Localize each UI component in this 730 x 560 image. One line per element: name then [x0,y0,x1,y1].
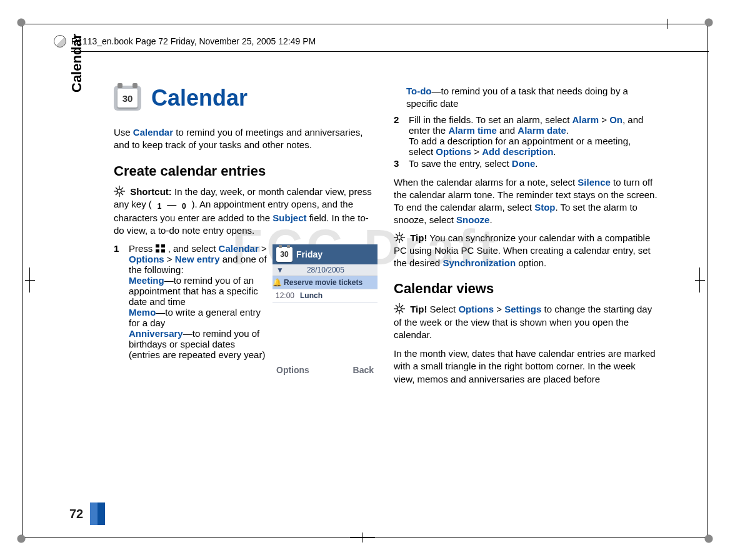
shortcut-note: Shortcut: In the day, week, or month cal… [114,186,378,238]
step-2-number: 2 [394,114,402,157]
intro-paragraph: Use Calendar to remind you of meetings a… [114,126,378,152]
page-bar-light [90,502,98,525]
running-header: R1113_en.book Page 72 Friday, November 2… [54,35,316,48]
bell-icon: 🔔 [272,276,281,289]
heading-calendar-views: Calendar views [394,281,658,297]
hl-alarm-date: Alarm date [518,125,566,136]
hl-subject: Subject [272,212,306,223]
page-title: 30 Calendar [114,85,378,111]
hl-on: On [609,114,622,125]
hl-todo: To-do [406,86,432,96]
shortcut-icon [114,186,125,197]
step-3-number: 3 [394,158,402,169]
crop-mark [25,268,35,292]
running-header-text: R1113_en.book Page 72 Friday, November 2… [71,36,316,46]
tip-icon [394,232,405,243]
hl-new-entry: New entry [175,254,220,264]
hl-meeting: Meeting [129,275,164,286]
hl-silence: Silence [578,177,611,188]
phone-date: 28/10/2005 [307,266,344,274]
svg-point-14 [398,307,401,311]
views-paragraph: In the month view, dates that have calen… [394,348,658,386]
page-number: 72 [62,502,90,525]
hl-done: Done [512,158,536,169]
hl-alarm-time: Alarm time [448,125,497,136]
crop-corner [704,534,714,544]
key-0: 0 [179,202,189,212]
crop-mark [350,532,375,542]
hl-settings: Settings [504,304,541,314]
key-1: 1 [154,202,164,212]
phone-row-selected: 🔔 Reserve movie tickets [272,276,378,289]
side-tab-label: Calendar [69,34,85,92]
signal-icon: ▼ [276,266,284,274]
phone-body-blank [272,302,378,362]
softkey-left: Options [276,365,309,375]
phone-row2-time: 12:00 [272,289,298,302]
right-column: To-do—to remind you of a task that needs… [394,85,658,389]
hl-calendar: Calendar [133,127,173,138]
step-1-body: 30 Friday ▼ 28/10/2005 🔔 Reserve movie t… [129,243,378,381]
phone-row1-label: Reserve movie tickets [281,276,378,289]
book-icon [54,35,66,48]
title-text: Calendar [151,85,248,111]
phone-titlebar: 30 Friday [272,244,378,264]
hl-memo: Memo [129,307,156,318]
calendar-icon: 30 [114,86,141,111]
tip-label: Tip! [410,304,427,314]
calendar-icon-number: 30 [118,89,138,108]
hl-anniversary: Anniversary [129,328,183,339]
phone-subheader: ▼ 28/10/2005 [272,264,378,276]
step1-todo-continuation: To-do—to remind you of a task that needs… [394,85,658,111]
phone-day: Friday [296,249,322,259]
hl-synchronization: Synchronization [442,258,516,268]
phone-screenshot: 30 Friday ▼ 28/10/2005 🔔 Reserve movie t… [272,244,378,378]
phone-row: 12:00 Lunch [272,289,378,302]
heading-create-entries: Create calendar entries [114,163,378,179]
step-2-body: Fill in the fields. To set an alarm, sel… [409,114,658,157]
shortcut-label: Shortcut: [130,186,172,197]
page-number-block: 72 [62,502,105,525]
step-1-number: 1 [114,243,122,381]
hl-options: Options [436,146,471,157]
left-column: 30 Calendar Use Calendar to remind you o… [114,85,378,389]
phone-row2-label: Lunch [298,289,378,302]
alarm-paragraph: When the calendar alarms for a note, sel… [394,176,658,227]
hl-add-description: Add description [482,146,553,157]
hl-calendar: Calendar [219,243,259,254]
hl-snooze: Snooze [456,214,489,225]
hl-options: Options [458,304,494,314]
hl-alarm: Alarm [572,114,599,125]
crop-mark [655,19,680,29]
crop-corner [704,18,714,28]
crop-mark [695,268,705,292]
crop-corner [16,534,26,544]
hl-options: Options [129,254,164,264]
step-3-body: To save the entry, select Done. [409,158,658,169]
phone-calendar-icon: 30 [276,247,292,262]
tip-label: Tip! [410,232,427,243]
page-bar-dark [98,502,105,525]
svg-point-4 [118,189,121,193]
tip-views: Tip! Select Options > Settings to change… [394,303,658,341]
crop-corner [16,18,26,28]
softkey-right: Back [353,365,374,375]
running-header-rule [71,51,709,52]
menu-key-icon [156,244,166,253]
phone-softkeys: Options Back [272,362,378,378]
tip-sync: Tip! You can synchronize your calendar w… [394,232,658,270]
tip-icon [394,303,405,314]
hl-stop: Stop [534,202,555,212]
svg-point-9 [398,236,401,239]
